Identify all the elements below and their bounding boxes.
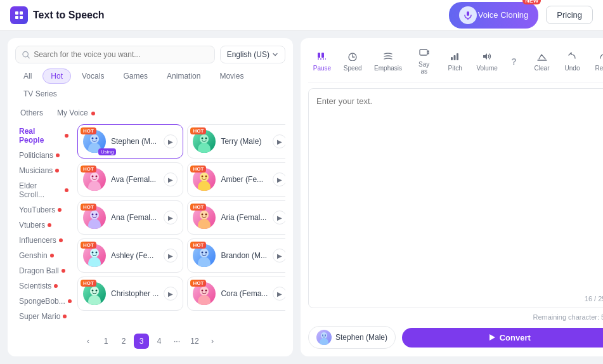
sidebar-item-youtubers[interactable]: YouTubers xyxy=(15,203,72,217)
text-input[interactable] xyxy=(316,96,603,300)
play-button[interactable]: ▶ xyxy=(164,211,178,224)
play-button[interactable]: ▶ xyxy=(164,172,178,186)
svg-point-39 xyxy=(205,252,207,254)
undo-label: Undo xyxy=(565,65,580,72)
play-button[interactable]: ▶ xyxy=(164,287,178,301)
svg-point-42 xyxy=(92,290,94,292)
play-button[interactable]: ▶ xyxy=(164,134,178,148)
voice-card-amber[interactable]: HOT Amber (Fe... ▶ xyxy=(187,162,285,197)
pitch-button[interactable]: Pitch xyxy=(441,49,469,74)
svg-point-44 xyxy=(200,287,209,296)
page-2-button[interactable]: 2 xyxy=(116,334,131,349)
voice-cloning-button[interactable]: Voice Cloning NEW xyxy=(449,2,539,29)
svg-point-31 xyxy=(205,214,207,216)
next-page-button[interactable]: › xyxy=(205,334,220,349)
voice-card-ashley[interactable]: HOT Ashley (Fe... ▶ xyxy=(77,238,183,273)
tab-animation[interactable]: Animation xyxy=(159,68,209,84)
dot-icon xyxy=(56,153,60,157)
new-badge: NEW xyxy=(522,0,541,4)
svg-point-36 xyxy=(200,249,209,257)
svg-rect-2 xyxy=(15,16,18,19)
dot-icon xyxy=(48,223,51,227)
sidebar-item-politicians[interactable]: Politicians xyxy=(15,148,72,162)
svg-point-32 xyxy=(90,249,99,257)
tab-tvseries[interactable]: TV Series xyxy=(15,86,65,101)
convert-button[interactable]: Convert xyxy=(402,328,603,348)
svg-point-33 xyxy=(88,257,101,267)
prev-page-button[interactable]: ‹ xyxy=(81,334,96,349)
sidebar-label: Influencers xyxy=(19,236,56,245)
voice-card-ana[interactable]: HOT Ana (Femal... ▶ xyxy=(77,200,183,235)
help-button[interactable]: ? xyxy=(505,54,523,69)
page-12-button[interactable]: 12 xyxy=(187,334,202,349)
sidebar-item-influencers[interactable]: Influencers xyxy=(15,233,72,247)
language-select[interactable]: English (US) xyxy=(220,46,285,63)
tab-all[interactable]: All xyxy=(15,68,40,84)
selected-voice-chip[interactable]: Stephen (Male) xyxy=(308,326,396,349)
hot-badge: HOT xyxy=(190,280,206,287)
page-4-button[interactable]: 4 xyxy=(152,334,167,349)
sayas-button[interactable]: Say as xyxy=(410,46,439,77)
dot-icon xyxy=(50,254,54,257)
sidebar-item-dragonball[interactable]: Dragon Ball xyxy=(15,264,72,278)
sidebar-item-rappers[interactable]: Rappers xyxy=(15,325,72,326)
dot-icon xyxy=(54,284,58,288)
play-button[interactable]: ▶ xyxy=(273,249,285,263)
voice-card-brandon[interactable]: HOT Brandon (M... ▶ xyxy=(187,238,285,273)
svg-rect-53 xyxy=(453,55,455,60)
play-button[interactable]: ▶ xyxy=(273,172,285,186)
tab-movies[interactable]: Movies xyxy=(211,68,252,84)
undo-button[interactable]: Undo xyxy=(559,49,587,74)
svg-point-13 xyxy=(198,143,211,153)
tab-hot[interactable]: Hot xyxy=(42,68,71,84)
sidebar-item-supermario[interactable]: Super Mario xyxy=(15,309,72,323)
voice-card-ava[interactable]: HOT Ava (Femal... ▶ xyxy=(77,162,183,197)
sidebar-item-elderscroll[interactable]: Elder Scroll... xyxy=(15,179,72,202)
play-button[interactable]: ▶ xyxy=(164,249,178,263)
sidebar-item-scientists[interactable]: Scientists xyxy=(15,279,72,293)
volume-button[interactable]: Volume xyxy=(472,49,503,74)
svg-marker-55 xyxy=(483,53,487,60)
speed-button[interactable]: Speed xyxy=(339,49,366,74)
pricing-button[interactable]: Pricing xyxy=(546,6,593,24)
voice-name: Ashley (Fe... xyxy=(111,251,159,260)
clear-button[interactable]: Clear xyxy=(528,49,556,74)
sidebar-item-vtubers[interactable]: Vtubers xyxy=(15,218,72,232)
dot-icon xyxy=(59,238,63,242)
sidebar-item-musicians[interactable]: Musicians xyxy=(15,164,72,178)
svg-point-37 xyxy=(198,257,211,267)
tab-vocals[interactable]: Vocals xyxy=(74,68,112,84)
redo-button[interactable]: Redo xyxy=(589,49,603,74)
voice-name: Ana (Femal... xyxy=(111,213,159,222)
dot-icon xyxy=(62,269,65,273)
play-button[interactable]: ▶ xyxy=(273,134,285,148)
voice-card-aria[interactable]: HOT Aria (Femal... ▶ xyxy=(187,200,285,235)
sidebar-label: Genshin xyxy=(19,251,48,260)
page-3-button[interactable]: 3 xyxy=(134,334,149,349)
volume-label: Volume xyxy=(476,65,497,72)
svg-point-27 xyxy=(96,214,98,216)
emphasis-button[interactable]: Emphasis xyxy=(369,49,406,74)
pause-button[interactable]: Pause xyxy=(308,49,336,74)
hot-badge: HOT xyxy=(190,166,206,172)
play-button[interactable]: ▶ xyxy=(273,211,285,224)
tab-games[interactable]: Games xyxy=(115,68,156,84)
svg-point-14 xyxy=(202,138,204,140)
sidebar-item-genshin[interactable]: Genshin xyxy=(15,249,72,263)
search-input[interactable] xyxy=(34,50,207,59)
subtab-others[interactable]: Others xyxy=(15,107,48,119)
page-1-button[interactable]: 1 xyxy=(98,334,113,349)
sidebar-item-spongebob[interactable]: SpongeBob... xyxy=(15,294,72,308)
subtab-myvoice[interactable]: My Voice xyxy=(52,107,100,119)
voice-card-stephen[interactable]: HOT Stephen (M... Using ▶ xyxy=(77,124,183,159)
convert-label: Convert xyxy=(500,333,531,342)
svg-point-59 xyxy=(325,335,326,336)
play-button[interactable]: ▶ xyxy=(273,287,285,301)
sidebar-item-real-people[interactable]: Real People xyxy=(15,124,72,147)
voice-card-cora[interactable]: HOT Cora (Fema... ▶ xyxy=(187,276,285,311)
left-panel: English (US) All Hot Vocals Games Animat… xyxy=(8,38,293,356)
page-ellipsis[interactable]: ··· xyxy=(169,334,185,349)
voice-card-christopher[interactable]: HOT Christopher ... ▶ xyxy=(77,276,183,311)
voice-card-terry[interactable]: HOT Terry (Male) ▶ xyxy=(187,124,285,159)
hot-badge: HOT xyxy=(190,242,206,249)
